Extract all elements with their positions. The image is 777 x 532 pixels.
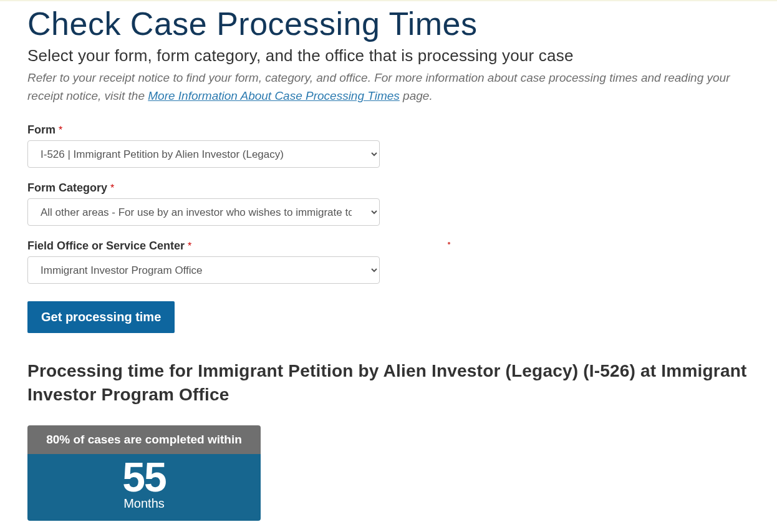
- required-mark: *: [59, 125, 62, 135]
- required-mark: *: [110, 183, 114, 193]
- get-processing-time-button[interactable]: Get processing time: [27, 301, 175, 333]
- form-label: Form *: [27, 123, 750, 137]
- result-card: 80% of cases are completed within 55 Mon…: [27, 425, 261, 521]
- more-info-link[interactable]: More Information About Case Processing T…: [148, 89, 400, 102]
- page-subtitle: Select your form, form category, and the…: [27, 46, 750, 65]
- helper-suffix: page.: [400, 89, 433, 102]
- decorative-dot: [448, 242, 450, 244]
- office-label: Field Office or Service Center *: [27, 239, 750, 253]
- helper-text: Refer to your receipt notice to find you…: [27, 69, 750, 105]
- result-number: 55: [34, 457, 254, 498]
- result-heading: Processing time for Immigrant Petition b…: [27, 359, 750, 407]
- office-select[interactable]: Immigrant Investor Program Office: [27, 256, 380, 284]
- category-label: Form Category *: [27, 181, 750, 195]
- result-card-body: 55 Months: [27, 454, 261, 521]
- result-unit: Months: [34, 496, 254, 511]
- category-select[interactable]: All other areas - For use by an investor…: [27, 198, 380, 226]
- form-select[interactable]: I-526 | Immigrant Petition by Alien Inve…: [27, 140, 380, 168]
- result-card-head: 80% of cases are completed within: [27, 425, 261, 454]
- required-mark: *: [188, 241, 191, 251]
- page-title: Check Case Processing Times: [27, 1, 750, 42]
